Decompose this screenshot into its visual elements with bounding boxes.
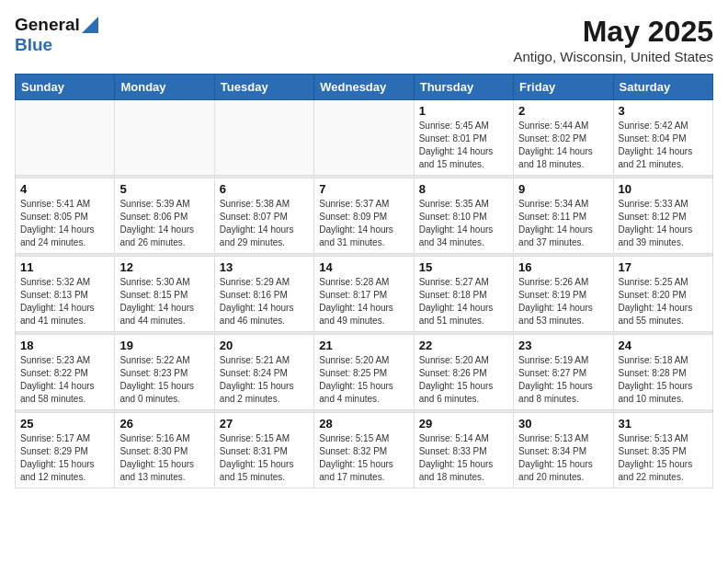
title-block: May 2025 Antigo, Wisconsin, United State… bbox=[513, 15, 713, 64]
day-info: Sunrise: 5:44 AM Sunset: 8:02 PM Dayligh… bbox=[518, 120, 608, 171]
day-info: Sunrise: 5:16 AM Sunset: 8:30 PM Dayligh… bbox=[119, 432, 209, 484]
day-number: 28 bbox=[319, 417, 408, 431]
day-info: Sunrise: 5:27 AM Sunset: 8:18 PM Dayligh… bbox=[419, 276, 508, 327]
day-number: 25 bbox=[20, 417, 109, 431]
day-info: Sunrise: 5:28 AM Sunset: 8:17 PM Dayligh… bbox=[319, 276, 408, 327]
day-info: Sunrise: 5:15 AM Sunset: 8:32 PM Dayligh… bbox=[319, 432, 408, 484]
calendar-day-cell: 16Sunrise: 5:26 AM Sunset: 8:19 PM Dayli… bbox=[514, 257, 613, 332]
calendar-day-cell bbox=[214, 100, 313, 176]
calendar-header-row: SundayMondayTuesdayWednesdayThursdayFrid… bbox=[16, 75, 713, 100]
day-info: Sunrise: 5:13 AM Sunset: 8:35 PM Dayligh… bbox=[619, 432, 708, 484]
calendar-day-cell: 19Sunrise: 5:22 AM Sunset: 8:23 PM Dayli… bbox=[115, 335, 214, 410]
day-number: 13 bbox=[220, 260, 309, 274]
calendar-week-row: 1Sunrise: 5:45 AM Sunset: 8:01 PM Daylig… bbox=[16, 100, 713, 176]
day-info: Sunrise: 5:32 AM Sunset: 8:13 PM Dayligh… bbox=[20, 276, 109, 327]
day-info: Sunrise: 5:19 AM Sunset: 8:27 PM Dayligh… bbox=[518, 354, 608, 406]
day-number: 6 bbox=[220, 182, 309, 196]
day-number: 19 bbox=[119, 339, 209, 352]
logo: General Blue bbox=[15, 15, 98, 55]
day-number: 8 bbox=[419, 182, 508, 196]
day-number: 21 bbox=[319, 339, 408, 352]
calendar-day-cell: 7Sunrise: 5:37 AM Sunset: 8:09 PM Daylig… bbox=[314, 178, 414, 254]
day-info: Sunrise: 5:25 AM Sunset: 8:20 PM Dayligh… bbox=[619, 276, 708, 327]
calendar-day-cell: 1Sunrise: 5:45 AM Sunset: 8:01 PM Daylig… bbox=[414, 100, 513, 176]
day-info: Sunrise: 5:38 AM Sunset: 8:07 PM Dayligh… bbox=[220, 198, 309, 249]
day-info: Sunrise: 5:37 AM Sunset: 8:09 PM Dayligh… bbox=[319, 198, 408, 249]
calendar-day-cell: 30Sunrise: 5:13 AM Sunset: 8:34 PM Dayli… bbox=[514, 413, 613, 488]
calendar-day-cell: 21Sunrise: 5:20 AM Sunset: 8:25 PM Dayli… bbox=[314, 335, 414, 410]
logo-general: General bbox=[15, 15, 80, 35]
calendar-day-cell: 11Sunrise: 5:32 AM Sunset: 8:13 PM Dayli… bbox=[16, 257, 115, 332]
calendar-day-cell: 13Sunrise: 5:29 AM Sunset: 8:16 PM Dayli… bbox=[214, 257, 313, 332]
calendar-day-cell: 27Sunrise: 5:15 AM Sunset: 8:31 PM Dayli… bbox=[214, 413, 313, 488]
day-of-week-header: Tuesday bbox=[214, 75, 313, 100]
day-info: Sunrise: 5:22 AM Sunset: 8:23 PM Dayligh… bbox=[119, 354, 209, 406]
calendar-week-row: 11Sunrise: 5:32 AM Sunset: 8:13 PM Dayli… bbox=[16, 257, 713, 332]
day-of-week-header: Thursday bbox=[414, 75, 513, 100]
day-number: 24 bbox=[619, 339, 708, 352]
day-number: 31 bbox=[619, 417, 708, 431]
calendar-week-row: 4Sunrise: 5:41 AM Sunset: 8:05 PM Daylig… bbox=[16, 178, 713, 254]
calendar-day-cell bbox=[115, 100, 214, 176]
day-of-week-header: Wednesday bbox=[314, 75, 414, 100]
day-info: Sunrise: 5:13 AM Sunset: 8:34 PM Dayligh… bbox=[518, 432, 608, 484]
day-info: Sunrise: 5:33 AM Sunset: 8:12 PM Dayligh… bbox=[619, 198, 708, 249]
logo-blue: Blue bbox=[15, 35, 52, 54]
calendar-week-row: 18Sunrise: 5:23 AM Sunset: 8:22 PM Dayli… bbox=[16, 335, 713, 410]
day-info: Sunrise: 5:23 AM Sunset: 8:22 PM Dayligh… bbox=[20, 354, 109, 406]
day-info: Sunrise: 5:20 AM Sunset: 8:25 PM Dayligh… bbox=[319, 354, 408, 406]
calendar-day-cell bbox=[314, 100, 414, 176]
calendar-day-cell: 26Sunrise: 5:16 AM Sunset: 8:30 PM Dayli… bbox=[115, 413, 214, 488]
day-info: Sunrise: 5:17 AM Sunset: 8:29 PM Dayligh… bbox=[20, 432, 109, 484]
day-number: 23 bbox=[518, 339, 608, 352]
calendar-day-cell: 18Sunrise: 5:23 AM Sunset: 8:22 PM Dayli… bbox=[16, 335, 115, 410]
day-number: 14 bbox=[319, 260, 408, 274]
calendar-day-cell: 22Sunrise: 5:20 AM Sunset: 8:26 PM Dayli… bbox=[414, 335, 513, 410]
day-of-week-header: Saturday bbox=[613, 75, 712, 100]
day-info: Sunrise: 5:42 AM Sunset: 8:04 PM Dayligh… bbox=[619, 120, 708, 171]
calendar-day-cell: 12Sunrise: 5:30 AM Sunset: 8:15 PM Dayli… bbox=[115, 257, 214, 332]
logo-triangle-icon bbox=[82, 17, 98, 33]
calendar-day-cell: 14Sunrise: 5:28 AM Sunset: 8:17 PM Dayli… bbox=[314, 257, 414, 332]
calendar-day-cell: 9Sunrise: 5:34 AM Sunset: 8:11 PM Daylig… bbox=[514, 178, 613, 254]
day-number: 15 bbox=[419, 260, 508, 274]
calendar-day-cell: 23Sunrise: 5:19 AM Sunset: 8:27 PM Dayli… bbox=[514, 335, 613, 410]
calendar-day-cell: 5Sunrise: 5:39 AM Sunset: 8:06 PM Daylig… bbox=[115, 178, 214, 254]
calendar-day-cell: 20Sunrise: 5:21 AM Sunset: 8:24 PM Dayli… bbox=[214, 335, 313, 410]
day-number: 20 bbox=[220, 339, 309, 352]
svg-marker-0 bbox=[82, 17, 98, 33]
calendar-day-cell: 28Sunrise: 5:15 AM Sunset: 8:32 PM Dayli… bbox=[314, 413, 414, 488]
day-number: 1 bbox=[419, 104, 508, 118]
page-subtitle: Antigo, Wisconsin, United States bbox=[513, 49, 713, 64]
calendar-day-cell: 17Sunrise: 5:25 AM Sunset: 8:20 PM Dayli… bbox=[613, 257, 712, 332]
day-number: 30 bbox=[518, 417, 608, 431]
calendar-day-cell: 31Sunrise: 5:13 AM Sunset: 8:35 PM Dayli… bbox=[613, 413, 712, 488]
calendar-day-cell: 8Sunrise: 5:35 AM Sunset: 8:10 PM Daylig… bbox=[414, 178, 513, 254]
day-number: 11 bbox=[20, 260, 109, 274]
day-info: Sunrise: 5:35 AM Sunset: 8:10 PM Dayligh… bbox=[419, 198, 508, 249]
day-number: 10 bbox=[619, 182, 708, 196]
day-info: Sunrise: 5:34 AM Sunset: 8:11 PM Dayligh… bbox=[518, 198, 608, 249]
calendar-table: SundayMondayTuesdayWednesdayThursdayFrid… bbox=[15, 74, 713, 488]
day-number: 9 bbox=[518, 182, 608, 196]
day-number: 12 bbox=[119, 260, 209, 274]
day-info: Sunrise: 5:45 AM Sunset: 8:01 PM Dayligh… bbox=[419, 120, 508, 171]
day-number: 22 bbox=[419, 339, 508, 352]
calendar-week-row: 25Sunrise: 5:17 AM Sunset: 8:29 PM Dayli… bbox=[16, 413, 713, 488]
page-header: General Blue May 2025 Antigo, Wisconsin,… bbox=[15, 15, 713, 64]
day-number: 7 bbox=[319, 182, 408, 196]
day-info: Sunrise: 5:20 AM Sunset: 8:26 PM Dayligh… bbox=[419, 354, 508, 406]
day-number: 18 bbox=[20, 339, 109, 352]
day-of-week-header: Monday bbox=[115, 75, 214, 100]
day-number: 26 bbox=[119, 417, 209, 431]
day-number: 2 bbox=[518, 104, 608, 118]
day-info: Sunrise: 5:30 AM Sunset: 8:15 PM Dayligh… bbox=[119, 276, 209, 327]
calendar-day-cell bbox=[16, 100, 115, 176]
calendar-day-cell: 6Sunrise: 5:38 AM Sunset: 8:07 PM Daylig… bbox=[214, 178, 313, 254]
calendar-day-cell: 10Sunrise: 5:33 AM Sunset: 8:12 PM Dayli… bbox=[613, 178, 712, 254]
calendar-day-cell: 25Sunrise: 5:17 AM Sunset: 8:29 PM Dayli… bbox=[16, 413, 115, 488]
day-info: Sunrise: 5:18 AM Sunset: 8:28 PM Dayligh… bbox=[619, 354, 708, 406]
day-number: 4 bbox=[20, 182, 109, 196]
calendar-day-cell: 2Sunrise: 5:44 AM Sunset: 8:02 PM Daylig… bbox=[514, 100, 613, 176]
calendar-day-cell: 29Sunrise: 5:14 AM Sunset: 8:33 PM Dayli… bbox=[414, 413, 513, 488]
